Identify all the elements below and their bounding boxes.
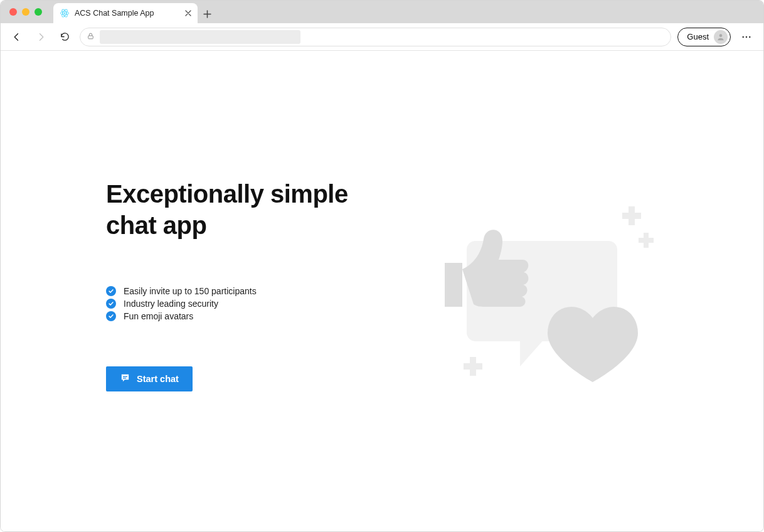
overflow-menu-button[interactable]	[737, 28, 756, 46]
svg-rect-4	[88, 35, 93, 38]
feature-item: Easily invite up to 150 participants	[106, 285, 357, 297]
start-chat-button[interactable]: Start chat	[106, 366, 193, 391]
checkmark-icon	[106, 286, 116, 296]
feature-text: Easily invite up to 150 participants	[124, 286, 257, 296]
react-favicon-icon	[60, 8, 70, 18]
forward-button[interactable]	[32, 28, 50, 46]
start-chat-label: Start chat	[137, 374, 179, 384]
close-tab-icon[interactable]	[185, 9, 191, 18]
headline-line-1: Exceptionally simple	[106, 180, 348, 208]
reload-button[interactable]	[56, 28, 73, 46]
hero-section: Exceptionally simple chat app Easily inv…	[106, 178, 658, 391]
profile-avatar-icon	[714, 30, 728, 44]
feature-item: Industry leading security	[106, 297, 357, 310]
address-bar[interactable]	[80, 28, 671, 46]
browser-tab[interactable]: ACS Chat Sample App	[53, 3, 198, 23]
close-window-button[interactable]	[9, 8, 17, 16]
profile-label: Guest	[687, 32, 709, 41]
feature-list: Easily invite up to 150 participants Ind…	[106, 285, 357, 322]
browser-window: ACS Chat Sample App Guest	[0, 0, 764, 532]
hero-illustration	[407, 181, 658, 388]
headline-line-2: chat app	[106, 211, 206, 239]
new-tab-button[interactable]	[198, 4, 216, 23]
profile-button[interactable]: Guest	[677, 28, 731, 46]
svg-point-0	[64, 13, 66, 14]
chat-bubble-icon	[120, 373, 130, 385]
svg-point-8	[749, 36, 751, 38]
window-controls	[9, 8, 42, 16]
maximize-window-button[interactable]	[34, 8, 42, 16]
svg-rect-10	[123, 378, 126, 378]
svg-point-7	[746, 36, 748, 38]
svg-rect-9	[123, 376, 127, 377]
landing-page: Exceptionally simple chat app Easily inv…	[1, 51, 763, 531]
hero-left: Exceptionally simple chat app Easily inv…	[106, 178, 357, 391]
feature-text: Fun emoji avatars	[124, 311, 193, 321]
back-button[interactable]	[8, 28, 26, 46]
tab-title: ACS Chat Sample App	[75, 9, 154, 18]
checkmark-icon	[106, 311, 116, 321]
feature-item: Fun emoji avatars	[106, 310, 357, 322]
chat-illustration-icon	[407, 181, 658, 388]
svg-point-6	[742, 36, 744, 38]
url-input[interactable]	[100, 30, 300, 44]
minimize-window-button[interactable]	[22, 8, 29, 16]
feature-text: Industry leading security	[124, 299, 218, 309]
page-headline: Exceptionally simple chat app	[106, 178, 357, 241]
browser-toolbar: Guest	[1, 23, 763, 51]
tab-strip: ACS Chat Sample App	[1, 1, 763, 23]
page-viewport: Exceptionally simple chat app Easily inv…	[1, 51, 763, 531]
lock-icon	[87, 31, 95, 43]
checkmark-icon	[106, 299, 116, 309]
svg-point-5	[719, 34, 723, 37]
